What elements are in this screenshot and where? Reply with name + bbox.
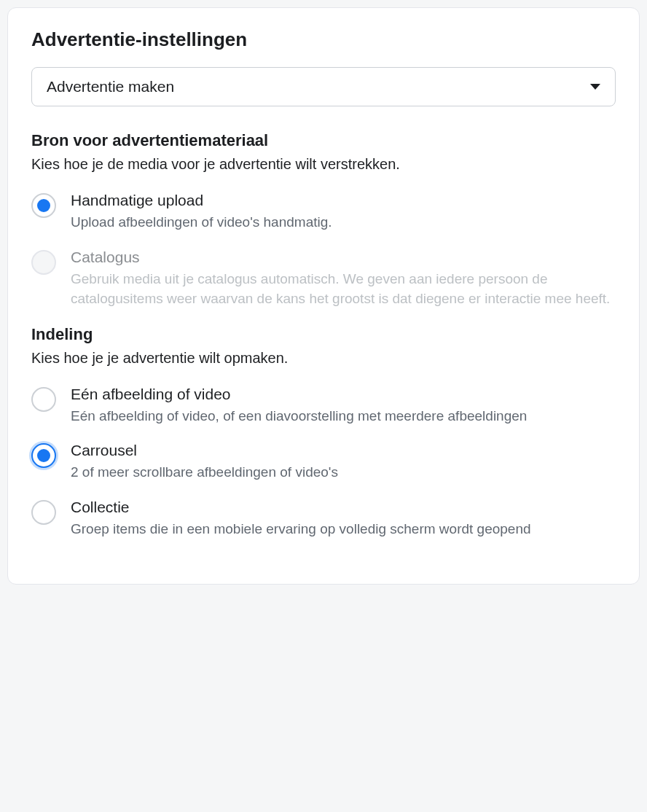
ad-mode-dropdown[interactable]: Advertentie maken (31, 67, 616, 106)
format-section: Indeling Kies hoe je je advertentie wilt… (31, 325, 616, 539)
option-text: Catalogus Gebruik media uit je catalogus… (71, 249, 616, 309)
format-option-carousel[interactable]: Carrousel 2 of meer scrollbare afbeeldin… (31, 442, 616, 483)
source-section: Bron voor advertentiemateriaal Kies hoe … (31, 131, 616, 309)
dropdown-label: Advertentie maken (47, 78, 174, 95)
card-title: Advertentie-instellingen (31, 28, 616, 51)
caret-down-icon (590, 84, 600, 90)
format-option-collection[interactable]: Collectie Groep items die in een mobiele… (31, 499, 616, 539)
format-desc: Kies hoe je je advertentie wilt opmaken. (31, 350, 616, 367)
option-text: Handmatige upload Upload afbeeldingen of… (71, 192, 616, 233)
option-desc: Eén afbeelding of video, of een diavoors… (71, 406, 616, 426)
option-desc: Groep items die in een mobiele ervaring … (71, 519, 616, 539)
option-desc: 2 of meer scrollbare afbeeldingen of vid… (71, 462, 616, 483)
option-desc: Gebruik media uit je catalogus automatis… (71, 269, 616, 309)
option-text: Collectie Groep items die in een mobiele… (71, 499, 616, 539)
radio-unselected-icon[interactable] (31, 387, 56, 412)
option-title: Eén afbeelding of video (71, 386, 616, 403)
source-desc: Kies hoe je de media voor je advertentie… (31, 156, 616, 173)
format-heading: Indeling (31, 325, 616, 344)
radio-selected-icon[interactable] (31, 443, 56, 468)
option-title: Catalogus (71, 249, 616, 266)
option-title: Carrousel (71, 442, 616, 459)
ad-settings-card: Advertentie-instellingen Advertentie mak… (7, 7, 640, 585)
source-option-catalog: Catalogus Gebruik media uit je catalogus… (31, 249, 616, 309)
option-text: Eén afbeelding of video Eén afbeelding o… (71, 386, 616, 426)
source-heading: Bron voor advertentiemateriaal (31, 131, 616, 150)
radio-unselected-icon[interactable] (31, 500, 56, 525)
format-option-single[interactable]: Eén afbeelding of video Eén afbeelding o… (31, 386, 616, 426)
radio-disabled-icon (31, 250, 56, 275)
radio-selected-icon[interactable] (31, 193, 56, 218)
option-title: Handmatige upload (71, 192, 616, 209)
option-text: Carrousel 2 of meer scrollbare afbeeldin… (71, 442, 616, 483)
source-option-manual[interactable]: Handmatige upload Upload afbeeldingen of… (31, 192, 616, 233)
option-desc: Upload afbeeldingen of video's handmatig… (71, 212, 616, 233)
option-title: Collectie (71, 499, 616, 516)
